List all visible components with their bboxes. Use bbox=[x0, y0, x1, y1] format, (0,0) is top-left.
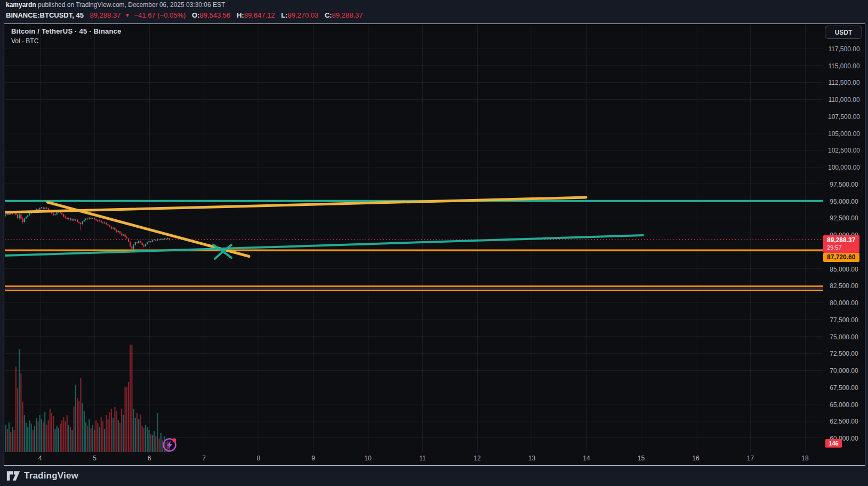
symbol-title: BINANCE:BTCUSDT, 45 bbox=[6, 11, 84, 19]
price-axis-label: 100,000.00 bbox=[823, 164, 865, 171]
price-axis-label: 75,000.00 bbox=[823, 333, 865, 341]
close-value: 89,288.37 bbox=[332, 11, 363, 19]
price-axis-label: 97,500.00 bbox=[823, 181, 865, 188]
price-axis-label: 62,500.00 bbox=[823, 418, 865, 425]
time-axis[interactable]: 456789101112131415161718 bbox=[5, 452, 823, 465]
time-axis-label: 10 bbox=[364, 452, 371, 465]
time-axis-label: 15 bbox=[638, 452, 645, 465]
time-axis-label: 14 bbox=[583, 452, 590, 465]
tradingview-logo-text: TradingView bbox=[24, 471, 78, 481]
close-label: C: bbox=[325, 11, 332, 19]
price-axis-label: 72,500.00 bbox=[823, 350, 865, 357]
price-axis-label: 107,500.00 bbox=[823, 113, 865, 121]
time-axis-label: 4 bbox=[38, 452, 42, 465]
time-axis-label: 5 bbox=[93, 452, 97, 465]
grid-lines bbox=[5, 25, 823, 452]
last-price-badge-value: 89,288.37 bbox=[827, 236, 859, 244]
volume-bars bbox=[5, 345, 170, 452]
orange-level-badge: 87,720.60 bbox=[823, 253, 859, 262]
bar-countdown: 29:57 bbox=[827, 244, 859, 251]
price-axis-label: 70,000.00 bbox=[823, 367, 865, 375]
time-axis-label: 8 bbox=[257, 452, 261, 465]
tradingview-logo-icon bbox=[6, 471, 20, 481]
price-axis-label: 95,000.00 bbox=[823, 198, 865, 205]
high-label: H: bbox=[237, 11, 244, 19]
volume-value-badge: 146 bbox=[825, 439, 842, 448]
attribution-text: published on TradingView.com, December 0… bbox=[36, 1, 226, 9]
time-axis-label: 17 bbox=[747, 452, 754, 465]
price-axis-label: 77,500.00 bbox=[823, 316, 865, 324]
price-axis-label: 82,500.00 bbox=[823, 282, 865, 290]
price-chart-canvas[interactable] bbox=[5, 25, 823, 452]
teal-rising-trendline bbox=[5, 235, 643, 256]
time-axis-label: 12 bbox=[473, 452, 480, 465]
time-axis-label: 16 bbox=[692, 452, 699, 465]
page: { "header": { "attribution": { "user": "… bbox=[0, 0, 868, 486]
trend-lines bbox=[5, 197, 643, 257]
price-axis-label: 115,000.00 bbox=[823, 62, 865, 70]
yellow-rising-trendline bbox=[5, 197, 586, 212]
time-axis-label: 11 bbox=[419, 452, 425, 465]
time-axis-label: 18 bbox=[801, 452, 808, 465]
attribution-bar: kamyardn published on TradingView.com, D… bbox=[0, 0, 868, 10]
price-down-arrow-icon: ▼ bbox=[125, 12, 130, 18]
time-axis-label: 7 bbox=[202, 452, 206, 465]
last-price-badge: 89,288.37 29:57 bbox=[823, 235, 859, 253]
price-axis-label: 117,500.00 bbox=[823, 45, 865, 53]
open-value: 89,543.56 bbox=[199, 11, 230, 19]
price-axis-label: 65,000.00 bbox=[823, 401, 865, 409]
time-axis-label: 6 bbox=[148, 452, 151, 465]
last-price-value: 89,288.37 bbox=[90, 11, 121, 19]
time-axis-label: 13 bbox=[528, 452, 535, 465]
price-axis-label: 112,500.00 bbox=[823, 79, 865, 86]
open-label: O: bbox=[192, 11, 199, 19]
price-change-value: −41.67 (−0.05%) bbox=[134, 11, 186, 19]
author-name: kamyardn bbox=[6, 1, 36, 9]
price-axis-label: 85,000.00 bbox=[823, 266, 865, 273]
tradingview-logo[interactable]: TradingView bbox=[6, 471, 78, 481]
price-axis-label: 102,500.00 bbox=[823, 147, 865, 154]
price-axis-label: 92,500.00 bbox=[823, 214, 865, 222]
price-axis-label: 105,000.00 bbox=[823, 130, 865, 138]
chart-panel: Bitcoin / TetherUS · 45 · Binance Vol · … bbox=[4, 23, 865, 466]
high-value: 89,647.12 bbox=[244, 11, 275, 19]
low-value: 89,270.03 bbox=[287, 11, 318, 19]
symbol-ohlc-bar: BINANCE:BTCUSDT, 45 89,288.37 ▼ −41.67 (… bbox=[0, 10, 868, 21]
price-axis-label: 80,000.00 bbox=[823, 299, 865, 307]
currency-toggle-button[interactable]: USDT bbox=[825, 26, 862, 39]
price-axis-label: 110,000.00 bbox=[823, 96, 865, 103]
footer-bar: TradingView bbox=[0, 466, 868, 486]
time-axis-label: 9 bbox=[311, 452, 315, 465]
price-axis-label: 67,500.00 bbox=[823, 384, 865, 392]
low-label: L: bbox=[281, 11, 287, 19]
level-lines bbox=[5, 201, 823, 291]
